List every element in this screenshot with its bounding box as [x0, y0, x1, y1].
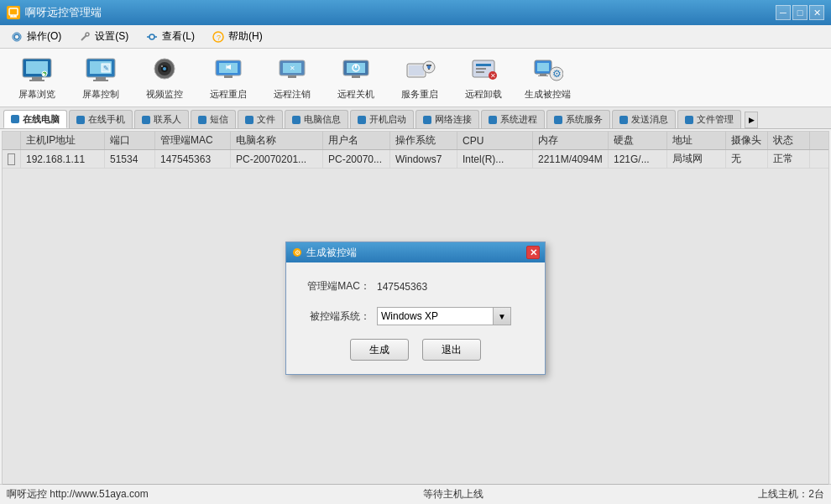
svg-rect-16 — [29, 80, 44, 81]
toolbar-screen-control[interactable]: ✎ 屏幕控制 — [71, 52, 131, 104]
svg-point-28 — [163, 67, 166, 70]
tab-network[interactable]: 网络连接 — [416, 110, 479, 128]
status-center: 等待主机上线 — [423, 487, 483, 501]
tab-label-sms: 短信 — [210, 113, 228, 126]
minimize-button[interactable]: ─ — [776, 5, 791, 20]
svg-text:▶: ▶ — [43, 71, 46, 76]
modal-select-wrapper: Windows XP Windows 7 Windows 8 Windows 1… — [377, 307, 511, 325]
toolbar-screen-browse[interactable]: ▶ 屏幕浏览 — [7, 52, 67, 104]
toolbar: ▶ 屏幕浏览 ✎ 屏幕控制 — [0, 49, 831, 107]
menu-item-settings[interactable]: 设置(S) — [71, 27, 135, 46]
svg-text:✎: ✎ — [103, 65, 109, 72]
tab-dot-processes — [489, 116, 497, 124]
help-icon: ? — [212, 30, 225, 44]
generate-icon: ⚙ — [291, 247, 303, 258]
toolbar-remote-shutdown[interactable]: 远程关机 — [326, 52, 386, 104]
tab-online-mobile[interactable]: 在线手机 — [69, 110, 133, 128]
main-area: 主机IP地址 端口 管理端MAC 电脑名称 用户名 操作系统 CPU 内存 硬盘… — [2, 131, 829, 486]
generate-button[interactable]: 生成 — [350, 339, 409, 361]
tab-dot-pc-info — [292, 116, 301, 124]
tab-send-message[interactable]: 发送消息 — [612, 110, 676, 128]
modal-mac-label: 管理端MAC： — [303, 279, 370, 294]
tab-file[interactable]: 文件 — [238, 110, 283, 128]
toolbar-remote-uninstall[interactable]: ✕ 远程卸载 — [453, 52, 514, 104]
svg-rect-32 — [224, 75, 233, 78]
tab-label-contacts: 联系人 — [154, 113, 181, 126]
modal-mac-field: 管理端MAC： 147545363 — [303, 279, 528, 294]
svg-rect-55 — [538, 75, 548, 76]
toolbar-generate-client[interactable]: ⚙ 生成被控端 — [517, 52, 578, 104]
settings-icon — [10, 30, 24, 44]
tab-sms[interactable]: 短信 — [191, 110, 236, 128]
svg-rect-0 — [9, 8, 18, 15]
svg-rect-48 — [476, 68, 486, 70]
tab-processes[interactable]: 系统进程 — [481, 110, 545, 128]
menu-item-operation[interactable]: 操作(O) — [3, 27, 68, 46]
toolbar-remote-restart-label: 远程重启 — [210, 88, 247, 101]
modal-close-button[interactable]: ✕ — [526, 246, 540, 259]
screen-control-icon: ✎ — [84, 55, 118, 85]
toolbar-remote-restart[interactable]: 远程重启 — [198, 52, 259, 104]
tab-scroll-btn[interactable]: ▶ — [745, 112, 758, 128]
svg-rect-22 — [93, 80, 108, 81]
toolbar-screen-browse-label: 屏幕浏览 — [18, 88, 55, 101]
status-bar: 啊呀远控 http://www.51aya.com 等待主机上线 上线主机：2台 — [0, 484, 831, 504]
title-bar: 啊呀远控管理端 ─ □ ✕ — [0, 0, 831, 25]
remote-logout-icon: ✕ — [275, 55, 309, 85]
window-title: 啊呀远控管理端 — [25, 5, 102, 20]
close-button[interactable]: ✕ — [809, 5, 824, 20]
svg-point-8 — [149, 34, 154, 39]
tab-online-pc[interactable]: 在线电脑 — [3, 110, 67, 128]
menu-bar: 操作(O) 设置(S) 查看(L) ? 帮助(H) — [0, 25, 831, 49]
modal-dialog: ⚙ 生成被控端 ✕ 管理端MAC： 147545363 被控端系统： — [285, 242, 546, 375]
remote-shutdown-icon — [339, 55, 373, 85]
toolbar-remote-uninstall-label: 远程卸载 — [465, 88, 502, 101]
screen-browse-icon: ▶ — [20, 55, 54, 85]
svg-text:⚙: ⚙ — [552, 68, 562, 80]
tab-dot-services — [554, 116, 562, 124]
svg-point-7 — [86, 33, 89, 36]
view-icon — [145, 30, 159, 44]
toolbar-remote-shutdown-label: 远程关机 — [337, 88, 374, 101]
tab-autostart[interactable]: 开机启动 — [350, 110, 414, 128]
tab-label-file-manager: 文件管理 — [697, 113, 734, 126]
tab-dot-file-manager — [685, 116, 693, 124]
tab-dot-file — [245, 116, 253, 124]
modal-buttons: 生成 退出 — [303, 339, 528, 361]
menu-label-help: 帮助(H) — [228, 29, 263, 44]
tab-label-autostart: 开机启动 — [369, 113, 406, 126]
menu-label-view: 查看(L) — [162, 29, 195, 44]
tab-services[interactable]: 系统服务 — [546, 110, 610, 128]
tab-contacts[interactable]: 联系人 — [134, 110, 189, 128]
toolbar-video-monitor[interactable]: 视频监控 — [134, 52, 195, 104]
maximize-button[interactable]: □ — [792, 5, 807, 20]
svg-point-29 — [161, 65, 163, 67]
tab-label-online-pc: 在线电脑 — [23, 113, 60, 126]
wrench-icon — [78, 30, 91, 44]
menu-item-view[interactable]: 查看(L) — [138, 27, 201, 46]
tab-label-network: 网络连接 — [435, 113, 472, 126]
exit-button[interactable]: 退出 — [422, 339, 481, 361]
svg-rect-43 — [409, 65, 424, 75]
tab-label-online-mobile: 在线手机 — [88, 113, 125, 126]
window-controls[interactable]: ─ □ ✕ — [776, 5, 824, 20]
title-bar-left: 啊呀远控管理端 — [7, 5, 102, 20]
menu-label-settings: 设置(S) — [95, 29, 128, 44]
toolbar-generate-client-label: 生成被控端 — [525, 88, 571, 101]
modal-system-select[interactable]: Windows XP Windows 7 Windows 8 Windows 1… — [377, 307, 511, 325]
modal-system-label: 被控端系统： — [303, 309, 370, 324]
tab-pc-info[interactable]: 电脑信息 — [285, 110, 348, 128]
tab-label-pc-info: 电脑信息 — [304, 113, 341, 126]
toolbar-service-restart[interactable]: 服务重启 — [389, 52, 450, 104]
toolbar-remote-logout[interactable]: ✕ 远程注销 — [262, 52, 322, 104]
svg-rect-39 — [352, 75, 360, 78]
svg-rect-54 — [540, 74, 546, 75]
tab-file-manager[interactable]: 文件管理 — [677, 110, 741, 128]
modal-title-bar: ⚙ 生成被控端 ✕ — [286, 242, 545, 262]
tab-label-services: 系统服务 — [566, 113, 603, 126]
app-icon — [7, 6, 20, 19]
svg-rect-49 — [476, 71, 484, 73]
svg-rect-53 — [537, 63, 549, 71]
remote-uninstall-icon: ✕ — [467, 55, 500, 85]
menu-item-help[interactable]: ? 帮助(H) — [205, 27, 269, 46]
